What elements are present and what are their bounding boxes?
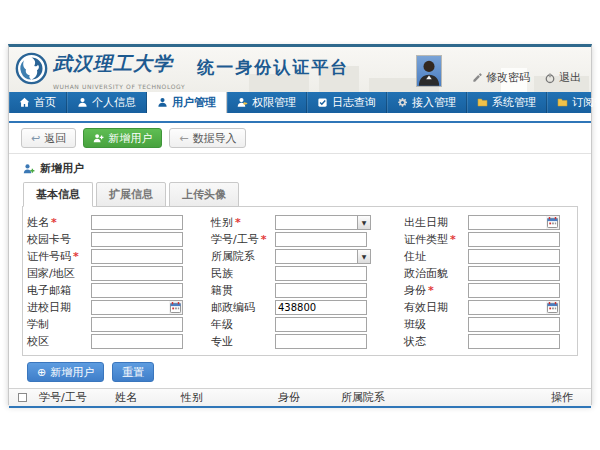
nav-tab-user-management[interactable]: 用户管理: [147, 92, 227, 113]
add-user-icon: [93, 133, 104, 144]
import-arrow-icon: ←: [179, 133, 188, 144]
name-input[interactable]: [91, 215, 183, 230]
add-user-icon: [23, 163, 35, 175]
address-input[interactable]: [468, 249, 560, 264]
main-nav: 首页 个人信息 用户管理 权限管理 日志查询 接入管理 系统管理 订阅管理: [9, 92, 591, 113]
col-name: 姓名: [111, 390, 177, 405]
tab-extended-info[interactable]: 扩展信息: [96, 182, 166, 207]
field-label: 电子邮箱: [27, 283, 91, 298]
col-identity: 身份: [274, 390, 337, 405]
power-icon: [544, 72, 556, 84]
data-import-button[interactable]: ← 数据导入: [169, 128, 246, 148]
field-label: 证件类型*: [404, 232, 468, 247]
id-number-input[interactable]: [91, 249, 183, 264]
campus-card-input[interactable]: [91, 232, 183, 247]
field-label: 班级: [404, 317, 468, 332]
reset-button[interactable]: 重置: [112, 362, 154, 382]
department-select[interactable]: ▼: [275, 249, 371, 264]
nav-tab-system-management[interactable]: 系统管理: [467, 92, 547, 113]
field-label: 状态: [404, 334, 468, 349]
nav-underline: [9, 113, 591, 123]
country-input[interactable]: [91, 266, 183, 281]
folder-icon: [477, 97, 488, 108]
university-logo: [15, 52, 48, 89]
avatar[interactable]: [416, 55, 442, 87]
calendar-icon: [547, 217, 558, 228]
nav-tab-subscription-management[interactable]: 订阅管理: [547, 92, 600, 113]
nav-tab-access-management[interactable]: 接入管理: [387, 92, 467, 113]
grade-input[interactable]: [275, 317, 367, 332]
panel-title: 新增用户: [9, 154, 591, 182]
calendar-button[interactable]: [546, 301, 559, 314]
back-arrow-icon: ↩: [31, 133, 40, 144]
change-password-link[interactable]: 修改密码: [472, 70, 530, 87]
status-input[interactable]: [468, 334, 560, 349]
field-label: 身份*: [404, 283, 468, 298]
university-name: 武汉理工大学: [53, 52, 173, 74]
field-label: 性别*: [211, 215, 275, 230]
field-label: 政治面貌: [404, 266, 468, 281]
new-user-toolbar-button[interactable]: 新增用户: [83, 128, 162, 148]
field-label: 所属院系: [211, 249, 275, 264]
col-department: 所属院系: [337, 390, 547, 405]
tab-upload-avatar[interactable]: 上传头像: [169, 182, 239, 207]
field-label: 民族: [211, 266, 275, 281]
toolbar: ↩ 返回 新增用户 ← 数据导入: [9, 123, 591, 154]
field-label: 国家/地区: [27, 266, 91, 281]
permission-icon: [237, 97, 248, 108]
field-label: 校区: [27, 334, 91, 349]
form-tabs: 基本信息 扩展信息 上传头像: [23, 182, 591, 207]
gender-select[interactable]: ▼: [275, 215, 371, 230]
nav-tab-log-query[interactable]: 日志查询: [307, 92, 387, 113]
back-button[interactable]: ↩ 返回: [21, 128, 76, 148]
app-header: 武汉理工大学 WUHAN UNIVERSITY OF TECHNOLOGY 统一…: [9, 47, 591, 92]
field-label: 证件号码*: [27, 249, 91, 264]
field-label: 籍贯: [211, 283, 275, 298]
ethnicity-input[interactable]: [275, 266, 367, 281]
chevron-down-icon: ▼: [357, 216, 370, 229]
postal-code-input[interactable]: [275, 300, 367, 315]
plus-circle-icon: ⊕: [37, 367, 46, 378]
identity-input[interactable]: [468, 283, 560, 298]
page-title: 统一身份认证平台: [197, 56, 349, 79]
calendar-button[interactable]: [546, 216, 559, 229]
col-student-id: 学号/工号: [35, 390, 111, 405]
email-input[interactable]: [91, 283, 183, 298]
field-label: 专业: [211, 334, 275, 349]
major-input[interactable]: [275, 334, 367, 349]
submit-new-user-button[interactable]: ⊕ 新增用户: [27, 362, 104, 382]
logout-link[interactable]: 退出: [544, 70, 581, 87]
home-icon: [19, 97, 30, 108]
app-window: 武汉理工大学 WUHAN UNIVERSITY OF TECHNOLOGY 统一…: [8, 44, 592, 405]
nav-tab-home[interactable]: 首页: [9, 92, 67, 113]
calendar-icon: [547, 302, 558, 313]
calendar-button[interactable]: [169, 301, 182, 314]
gear-icon: [397, 97, 408, 108]
nav-tab-permission-management[interactable]: 权限管理: [227, 92, 307, 113]
users-icon: [157, 97, 168, 108]
field-label: 有效日期: [404, 300, 468, 315]
select-all-checkbox[interactable]: [18, 393, 27, 402]
field-label: 学制: [27, 317, 91, 332]
field-label: 住址: [404, 249, 468, 264]
nav-tab-personal-info[interactable]: 个人信息: [67, 92, 147, 113]
tab-basic-info[interactable]: 基本信息: [23, 182, 93, 207]
field-label: 姓名*: [27, 215, 91, 230]
class-input[interactable]: [468, 317, 560, 332]
field-label: 邮政编码: [211, 300, 275, 315]
basic-info-form: 姓名* 性别*▼ 出生日期 校园卡号 学号/工号* 证件类型* 证件号码* 所属…: [22, 206, 578, 356]
pencil-icon: [472, 72, 483, 83]
field-label: 学号/工号*: [211, 232, 275, 247]
student-id-input[interactable]: [275, 232, 367, 247]
calendar-icon: [170, 302, 181, 313]
field-label: 出生日期: [404, 215, 468, 230]
col-actions: 操作: [547, 390, 591, 405]
field-label: 校园卡号: [27, 232, 91, 247]
schooling-length-input[interactable]: [91, 317, 183, 332]
native-place-input[interactable]: [275, 283, 367, 298]
col-gender: 性别: [177, 390, 274, 405]
campus-input[interactable]: [91, 334, 183, 349]
political-status-input[interactable]: [468, 266, 560, 281]
id-type-input[interactable]: [468, 232, 560, 247]
chevron-down-icon: ▼: [357, 250, 370, 263]
